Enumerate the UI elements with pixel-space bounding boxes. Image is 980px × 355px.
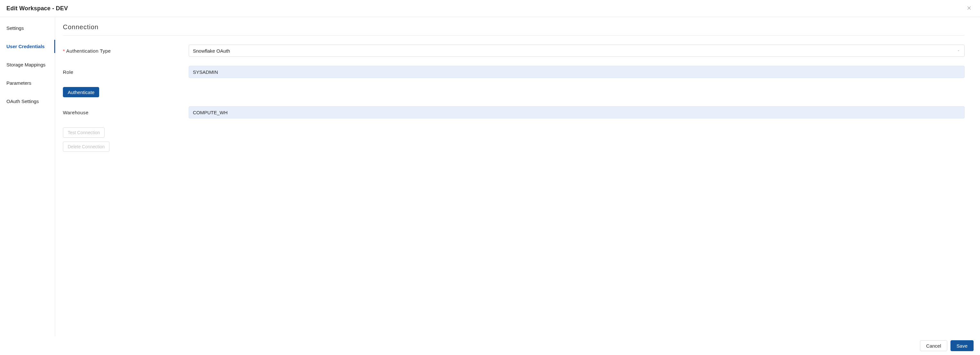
sidebar-item-storage-mappings[interactable]: Storage Mappings [0,58,55,71]
delete-connection-button: Delete Connection [63,142,110,152]
cancel-button[interactable]: Cancel [920,340,947,351]
modal-footer: Cancel Save [0,336,980,355]
auth-type-row: *Authentication Type Snowflake OAuth [63,45,965,57]
required-mark: * [63,48,65,54]
section-title: Connection [63,24,965,36]
close-icon [967,6,971,11]
modal-title: Edit Workspace - DEV [6,5,68,12]
role-value: SYSADMIN [193,69,218,75]
role-field: SYSADMIN [189,66,965,78]
authenticate-row: Authenticate [63,87,965,97]
sidebar-item-parameters[interactable]: Parameters [0,76,55,89]
warehouse-row: Warehouse COMPUTE_WH [63,106,965,118]
sidebar-item-settings[interactable]: Settings [0,22,55,35]
sidebar-item-oauth-settings[interactable]: OAuth Settings [0,95,55,108]
save-button[interactable]: Save [950,340,974,351]
sidebar-item-label: Storage Mappings [6,62,46,67]
edit-workspace-modal: Edit Workspace - DEV Settings User Crede… [0,0,980,355]
sidebar-item-label: User Credentials [6,44,45,49]
role-label: Role [63,69,189,75]
auth-type-value: Snowflake OAuth [193,48,230,54]
auth-type-field: Snowflake OAuth [189,45,965,57]
role-row: Role SYSADMIN [63,66,965,78]
warehouse-field: COMPUTE_WH [189,106,965,118]
authenticate-button[interactable]: Authenticate [63,87,99,97]
test-connection-button: Test Connection [63,127,105,138]
modal-header: Edit Workspace - DEV [0,0,980,17]
sidebar-item-label: Parameters [6,80,32,86]
sidebar-item-label: Settings [6,25,24,31]
sidebar-item-label: OAuth Settings [6,99,39,104]
warehouse-input[interactable]: COMPUTE_WH [189,106,965,118]
chevron-down-icon [956,48,961,54]
content-panel: Connection *Authentication Type Snowflak… [55,17,980,336]
role-input[interactable]: SYSADMIN [189,66,965,78]
sidebar-item-user-credentials[interactable]: User Credentials [0,40,55,53]
auth-type-label: *Authentication Type [63,48,189,54]
warehouse-label: Warehouse [63,110,189,115]
sidebar: Settings User Credentials Storage Mappin… [0,17,55,336]
modal-body: Settings User Credentials Storage Mappin… [0,17,980,336]
close-button[interactable] [965,4,974,13]
auth-type-select[interactable]: Snowflake OAuth [189,45,965,57]
secondary-actions: Test Connection Delete Connection [63,127,965,156]
warehouse-value: COMPUTE_WH [193,110,228,115]
